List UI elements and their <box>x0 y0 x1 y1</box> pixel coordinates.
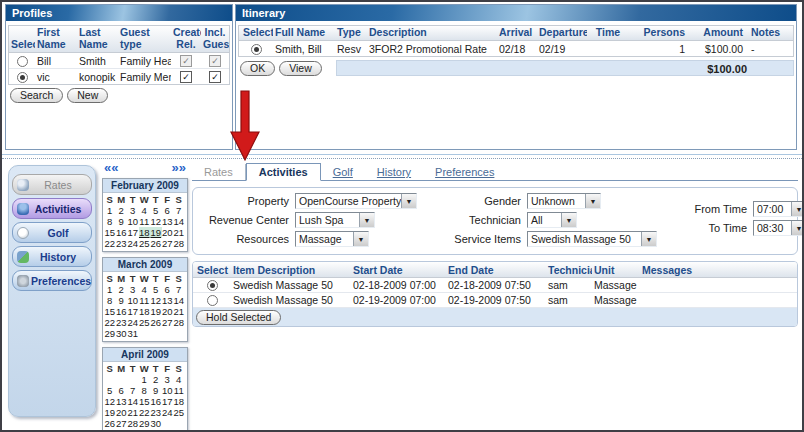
calendar-day[interactable]: 5 <box>150 205 162 216</box>
sidebar-item-history[interactable]: History <box>12 246 92 267</box>
calendar-day[interactable]: 22 <box>139 407 151 418</box>
table-row[interactable]: Swedish Massage 50 02-18-2009 07:00 02-1… <box>193 278 797 293</box>
calendar-day[interactable]: 24 <box>127 238 139 249</box>
calendar-day[interactable]: 7 <box>173 205 185 216</box>
calendar-day[interactable]: 15 <box>104 306 116 317</box>
revenue-center-select[interactable]: Lush Spa ▼ <box>295 212 375 228</box>
table-row[interactable]: Bill Smith Family Head <box>9 53 229 69</box>
calendar-day[interactable]: 2 <box>150 374 162 385</box>
calendar-day[interactable]: 9 <box>116 216 128 227</box>
calendar-day[interactable]: 4 <box>173 374 185 385</box>
calendar-day[interactable]: 30 <box>150 418 162 429</box>
tab-activities[interactable]: Activities <box>246 163 321 181</box>
calendar-day[interactable]: 5 <box>104 385 116 396</box>
row-select-radio[interactable] <box>17 56 28 67</box>
sidebar-item-golf[interactable]: Golf <box>12 222 92 243</box>
calendar-day[interactable]: 11 <box>139 216 151 227</box>
calendar-day[interactable]: 7 <box>173 284 185 295</box>
calendar-day[interactable]: 21 <box>127 407 139 418</box>
from-time-select[interactable]: 07:00 ▼ <box>753 201 804 217</box>
calendar-day[interactable]: 31 <box>127 328 139 339</box>
calendar-day[interactable]: 16 <box>150 396 162 407</box>
calendar-day[interactable]: 18 <box>139 306 151 317</box>
calendar-day[interactable]: 10 <box>127 295 139 306</box>
chevron-down-icon[interactable]: ▼ <box>353 232 368 246</box>
row-select-radio[interactable] <box>251 44 262 55</box>
calendar-day[interactable]: 26 <box>150 238 162 249</box>
calendar-day[interactable]: 22 <box>104 317 116 328</box>
create-rel-checkbox[interactable] <box>180 55 192 67</box>
calendar-day[interactable]: 13 <box>162 216 174 227</box>
calendar-day[interactable]: 19 <box>150 227 162 238</box>
calendar-day[interactable]: 25 <box>139 317 151 328</box>
calendar-day[interactable]: 3 <box>127 284 139 295</box>
calendar-day[interactable]: 21 <box>173 227 185 238</box>
row-select-radio[interactable] <box>17 72 28 83</box>
calendar-day[interactable]: 28 <box>173 238 185 249</box>
property-select[interactable]: OpenCourse Property ▼ <box>295 193 417 209</box>
sidebar-item-activities[interactable]: Activities <box>12 198 92 219</box>
calendar-day[interactable]: 22 <box>104 238 116 249</box>
incl-guest-checkbox[interactable] <box>209 71 221 83</box>
row-select-radio[interactable] <box>207 280 218 291</box>
incl-guest-checkbox[interactable] <box>209 55 221 67</box>
calendar-day[interactable]: 12 <box>150 295 162 306</box>
view-button[interactable]: View <box>279 61 322 76</box>
calendar-day[interactable]: 4 <box>139 284 151 295</box>
to-time-select[interactable]: 08:30 ▼ <box>753 220 804 236</box>
calendar-day[interactable]: 17 <box>127 306 139 317</box>
calendar-day[interactable]: 23 <box>116 317 128 328</box>
calendar-day[interactable]: 2 <box>116 284 128 295</box>
tab-golf[interactable]: Golf <box>321 164 365 180</box>
chevron-down-icon[interactable]: ▼ <box>561 213 576 227</box>
calendar-day[interactable]: 28 <box>127 418 139 429</box>
calendar-day[interactable]: 24 <box>127 317 139 328</box>
gender-select[interactable]: Unknown ▼ <box>527 193 601 209</box>
calendar-day[interactable]: 15 <box>139 396 151 407</box>
calendar-day[interactable]: 8 <box>104 295 116 306</box>
calendar-day[interactable]: 18 <box>173 396 185 407</box>
chevron-down-icon[interactable]: ▼ <box>791 221 804 235</box>
calendar-day[interactable]: 6 <box>116 385 128 396</box>
calendar-day[interactable]: 26 <box>104 418 116 429</box>
table-row[interactable]: vic konopik Family Member <box>9 69 229 84</box>
calendar-day[interactable]: 24 <box>162 407 174 418</box>
calendar-day[interactable]: 27 <box>162 238 174 249</box>
calendar-day[interactable]: 25 <box>139 238 151 249</box>
calendar-day[interactable]: 8 <box>139 385 151 396</box>
chevron-down-icon[interactable]: ▼ <box>641 232 656 246</box>
calendar-day[interactable]: 14 <box>173 216 185 227</box>
calendar-day[interactable]: 2 <box>116 205 128 216</box>
calendar-day[interactable]: 20 <box>162 227 174 238</box>
chevron-down-icon[interactable]: ▼ <box>585 194 600 208</box>
calendar-day[interactable]: 11 <box>139 295 151 306</box>
calendar-day[interactable]: 16 <box>116 306 128 317</box>
calendar-day[interactable]: 17 <box>127 227 139 238</box>
calendar-day[interactable]: 17 <box>162 396 174 407</box>
calendar-day[interactable]: 19 <box>150 306 162 317</box>
chevron-down-icon[interactable]: ▼ <box>401 194 416 208</box>
calendar-day[interactable]: 27 <box>162 317 174 328</box>
ok-button[interactable]: OK <box>240 61 275 76</box>
calendar-day[interactable]: 3 <box>162 374 174 385</box>
service-items-select[interactable]: Swedish Massage 50 ▼ <box>527 231 657 247</box>
chevron-down-icon[interactable]: ▼ <box>791 202 804 216</box>
calendar-day[interactable]: 12 <box>104 396 116 407</box>
calendar-day[interactable]: 6 <box>162 284 174 295</box>
calendar-day[interactable]: 10 <box>162 385 174 396</box>
calendar-day[interactable]: 1 <box>104 284 116 295</box>
calendar-day[interactable]: 14 <box>127 396 139 407</box>
calendar-day[interactable]: 9 <box>116 295 128 306</box>
calendar-day[interactable]: 29 <box>139 418 151 429</box>
calendar-day[interactable]: 4 <box>139 205 151 216</box>
calendar-day[interactable]: 20 <box>162 306 174 317</box>
calendar-day[interactable]: 9 <box>150 385 162 396</box>
resources-select[interactable]: Massage ▼ <box>295 231 369 247</box>
sidebar-item-preferences[interactable]: Preferences <box>12 270 92 291</box>
calendar-day[interactable]: 21 <box>173 306 185 317</box>
calendar-day[interactable]: 12 <box>150 216 162 227</box>
calendar-day[interactable]: 7 <box>127 385 139 396</box>
calendar-day[interactable]: 6 <box>162 205 174 216</box>
calendar-next-button[interactable]: »» <box>172 162 186 174</box>
calendar-prev-button[interactable]: «« <box>104 162 118 174</box>
